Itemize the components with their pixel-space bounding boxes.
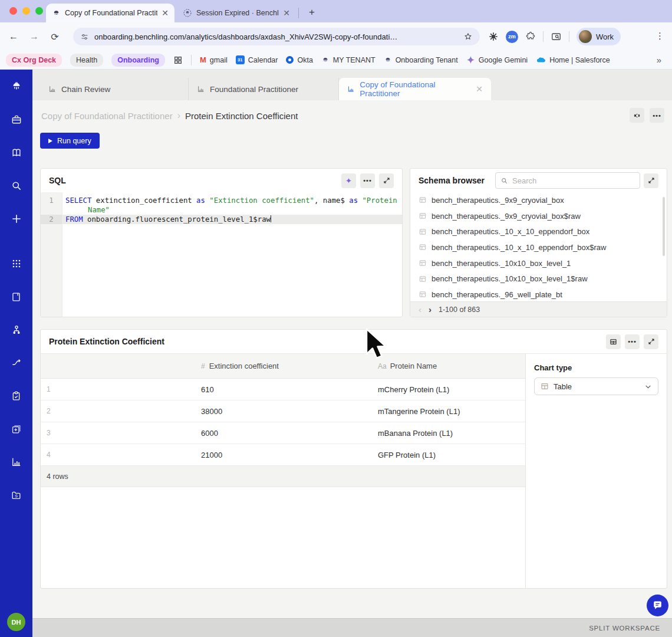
back-icon[interactable]: ← [7, 31, 20, 42]
workspace-tab-copy-active[interactable]: Copy of Foundational Practitioner ✕ [339, 78, 491, 100]
table-icon [419, 290, 427, 298]
profile-chip[interactable]: Work [577, 28, 621, 45]
table-row[interactable]: 3 6000 mBanana Protein (L1) [41, 422, 525, 444]
table-row[interactable]: 1 610 mCherry Protein (L1) [41, 379, 525, 400]
registry-hierarchy-icon[interactable] [0, 317, 32, 342]
schema-title: Schema browser [419, 176, 485, 185]
schema-table-item[interactable]: bench_therapeutics._10_x_10_eppendorf_bo… [410, 239, 667, 255]
archive-folder-icon[interactable] [0, 482, 32, 507]
table-row[interactable]: 2 38000 mTangerine Protein (L1) [41, 400, 525, 422]
table-row[interactable]: 4 21000 GFP Protein (L1) [41, 444, 525, 466]
column-header-extinction[interactable]: Extinction coefficient [209, 362, 279, 370]
bookmark-okta[interactable]: Okta [286, 56, 312, 64]
schema-table-item[interactable]: bench_therapeutics._9x9_cryovial_box$raw [410, 208, 667, 224]
workflows-icon[interactable] [0, 350, 32, 375]
insights-chart-icon[interactable] [0, 449, 32, 474]
reload-icon[interactable]: ⟳ [48, 31, 61, 42]
bookmark-calendar[interactable]: 31Calendar [236, 55, 278, 64]
gmail-icon: M [200, 55, 206, 64]
table-icon [419, 196, 427, 204]
sql-panel-title: SQL [49, 176, 66, 185]
more-options-button[interactable]: ••• [650, 108, 664, 123]
page-next-icon[interactable]: › [429, 304, 431, 314]
workspace-tab-close-icon[interactable]: ✕ [476, 84, 483, 94]
chart-tab-icon [48, 85, 57, 93]
bookmark-onboarding[interactable]: Onboarding [111, 54, 165, 67]
schema-table-item[interactable]: bench_therapeutics._10x10_box_level_1$ra… [410, 271, 667, 287]
schema-search-box[interactable] [495, 172, 640, 189]
calendar-icon: 31 [236, 55, 245, 64]
schema-table-item[interactable]: bench_therapeutics._10x10_box_level_1 [410, 255, 667, 271]
bookmark-health[interactable]: Health [70, 54, 103, 67]
side-panel-search-icon[interactable] [551, 31, 562, 42]
bookmark-google-gemini[interactable]: Google Gemini [466, 55, 528, 64]
browser-tab-inactive[interactable]: Session Expired · Benchling ✕ [177, 4, 296, 22]
run-query-button[interactable]: Run query [40, 133, 100, 149]
site-settings-icon[interactable] [80, 32, 89, 41]
breadcrumb-parent[interactable]: Copy of Foundational Practitioner [41, 111, 173, 121]
bookmark-salesforce[interactable]: Home | Salesforce [536, 56, 610, 64]
benchling-favicon [52, 9, 61, 18]
schema-table-item[interactable]: bench_therapeutics._10_x_10_eppendorf_bo… [410, 224, 667, 239]
apps-grid-icon[interactable] [173, 55, 183, 65]
sql-expand-button[interactable] [379, 173, 394, 188]
browser-tab-active[interactable]: Copy of Foundational Practiti ✕ [46, 4, 174, 22]
sql-more-button[interactable]: ••• [360, 173, 375, 188]
window-minimize-button[interactable] [22, 7, 30, 15]
apps-dots-grid-icon[interactable] [0, 251, 32, 276]
schema-scrollbar[interactable] [663, 197, 665, 256]
tab-close-icon[interactable]: ✕ [162, 8, 169, 18]
templates-add-doc-icon[interactable] [0, 416, 32, 441]
table-view-button[interactable] [606, 334, 621, 349]
profile-avatar [579, 30, 592, 43]
table-icon [419, 259, 427, 267]
bookmark-star-icon[interactable] [463, 32, 473, 41]
workspace-tab-foundational-practitioner[interactable]: Foundational Practitioner [189, 78, 339, 100]
bookmark-onboarding-tenant[interactable]: Onboarding Tenant [384, 56, 458, 64]
window-close-button[interactable] [9, 7, 17, 15]
settings-gear-button[interactable] [630, 108, 644, 123]
user-avatar[interactable]: DH [7, 613, 25, 631]
requests-clipboard-icon[interactable] [0, 383, 32, 408]
benchling-logo-icon[interactable] [0, 74, 32, 99]
bookmark-my-tenant[interactable]: MY TENANT [321, 56, 375, 64]
url-text[interactable]: onboarding.benchling.com/analytics/dashb… [94, 32, 458, 41]
toolbar-divider [543, 31, 543, 42]
workspace-tab-chain-review[interactable]: Chain Review [40, 78, 189, 100]
ai-sparkle-button[interactable]: ✦ [341, 173, 356, 188]
inventory-journal-icon[interactable] [0, 284, 32, 309]
bookmark-gmail[interactable]: Mgmail [200, 55, 228, 64]
search-icon[interactable] [0, 173, 32, 198]
split-workspace-button[interactable]: SPLIT WORKSPACE [589, 625, 660, 632]
help-chat-button[interactable] [647, 595, 668, 616]
projects-briefcase-icon[interactable] [0, 107, 32, 132]
schema-search-input[interactable] [512, 176, 635, 185]
result-expand-button[interactable] [644, 334, 658, 349]
profile-name: Work [596, 32, 614, 41]
new-tab-button[interactable]: + [304, 5, 319, 20]
create-plus-icon[interactable] [0, 206, 32, 231]
tab-close-icon[interactable]: ✕ [283, 8, 290, 18]
page-prev-icon[interactable]: ‹ [419, 304, 421, 314]
schema-table-item[interactable]: bench_therapeutics._9x9_cryovial_box [410, 192, 667, 208]
browser-menu-icon[interactable]: ⋮ [655, 31, 664, 41]
extensions-puzzle-icon[interactable] [525, 31, 536, 42]
schema-expand-button[interactable] [644, 173, 658, 188]
notebook-book-icon[interactable] [0, 140, 32, 165]
zoom-extension-icon[interactable]: zm [506, 31, 518, 43]
url-bar[interactable]: onboarding.benchling.com/analytics/dashb… [73, 28, 480, 45]
result-table-header: #Extinction coefficient AaProtein Name [41, 354, 525, 379]
column-header-protein-name[interactable]: Protein Name [390, 362, 437, 370]
sql-editor[interactable]: 1SELECT extinction_coefficient as "Extin… [41, 192, 402, 317]
chart-type-select[interactable]: Table [534, 377, 658, 395]
window-zoom-button[interactable] [35, 7, 43, 15]
schema-table-item[interactable]: bench_therapeutics._96_well_plate_bt [410, 287, 667, 301]
result-more-button[interactable]: ••• [625, 334, 640, 349]
schema-table-list: bench_therapeutics._9x9_cryovial_box ben… [410, 192, 667, 301]
bookmark-cx-org-deck[interactable]: Cx Org Deck [6, 54, 62, 67]
forward-icon[interactable]: → [28, 31, 41, 42]
bookmarks-overflow-icon[interactable]: » [657, 55, 661, 65]
search-icon [500, 177, 508, 185]
labs-gear-icon[interactable] [488, 31, 499, 42]
browser-tab-title: Copy of Foundational Practiti [65, 9, 157, 17]
